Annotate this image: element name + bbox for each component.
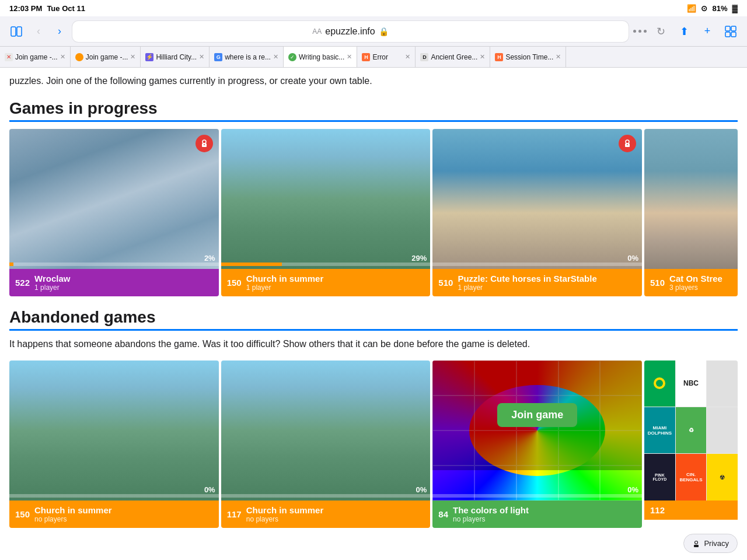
tab-close-2[interactable]: ✕ (130, 53, 135, 61)
svg-point-8 (204, 144, 205, 145)
game-card-cat[interactable]: 510 Cat On Stree 3 players (644, 129, 738, 296)
svg-rect-0 (11, 27, 16, 36)
radioactive-logo: ☢ (707, 454, 738, 500)
tab-close-4[interactable]: ✕ (273, 53, 278, 61)
abandoned-card-4[interactable]: NBC MIAMIDOLPHINS ♻ PINKFLOYD CIN.BENGAL… (644, 360, 738, 528)
battery-display: 81% (712, 4, 727, 13)
logos-grid: NBC MIAMIDOLPHINS ♻ PINKFLOYD CIN.BENGAL… (644, 360, 738, 501)
tab-error[interactable]: H Error ✕ (357, 47, 416, 67)
game-card-horses[interactable]: 0% 510 Puzzle: Cute horses in StarStable… (432, 129, 642, 296)
abandoned-progress-label-2: 0% (221, 485, 431, 494)
tab-hilliard[interactable]: ⚡ Hilliard City... ✕ (141, 47, 210, 67)
progress-bar-wroclaw (9, 262, 13, 266)
abandoned-card-2[interactable]: 0% 117 Church in summer no players (221, 360, 431, 528)
game-card-church[interactable]: 29% 150 Church in summer 1 player (221, 129, 431, 296)
tab-close-1[interactable]: ✕ (60, 53, 65, 61)
address-bar[interactable]: AA epuzzle.info 🔒 (72, 21, 629, 42)
svg-rect-5 (731, 32, 736, 37)
card-number-horses: 510 (438, 278, 453, 288)
signal-icon: ⊙ (701, 4, 707, 13)
date-display: Tue Oct 11 (47, 4, 85, 13)
url-text: epuzzle.info (325, 26, 375, 37)
sidebar-toggle-button[interactable] (7, 22, 26, 41)
tab-close-8[interactable]: ✕ (556, 53, 561, 61)
forward-button[interactable]: › (51, 23, 68, 40)
tab-ancient[interactable]: D Ancient Gree... ✕ (416, 47, 490, 67)
abandoned-games-grid: 0% 150 Church in summer no players 0% (9, 360, 738, 528)
tab-close-5[interactable]: ✕ (347, 53, 352, 61)
privacy-button[interactable]: Privacy (683, 534, 738, 553)
abandoned-card-1[interactable]: 0% 150 Church in summer no players (9, 360, 219, 528)
abandoned-image-2 (221, 360, 431, 501)
tabs-strip: ✕ Join game -... ✕ Join game -... ✕ ⚡ Hi… (0, 47, 747, 68)
join-overlay-3: Join game (432, 360, 642, 470)
card-number-wroclaw: 522 (15, 278, 30, 288)
tab-close-6[interactable]: ✕ (405, 53, 410, 61)
svg-rect-1 (17, 27, 22, 36)
privacy-label: Privacy (704, 539, 729, 548)
page-content: puzzles. Join one of the following games… (0, 68, 747, 560)
svg-point-15 (695, 541, 698, 544)
lock-badge-wroclaw (196, 135, 213, 152)
tab-icon-3: ⚡ (145, 53, 153, 61)
games-divider (9, 120, 738, 122)
tab-label-3: Hilliard City... (156, 53, 197, 61)
game-card-wroclaw[interactable]: 2% 522 Wroclaw 1 player (9, 129, 219, 296)
dots-menu (633, 30, 647, 33)
progress-bar-church (221, 262, 282, 266)
abandoned-number-1: 150 (15, 509, 30, 519)
card-info-cat: Cat On Stree 3 players (669, 274, 732, 292)
tab-close-7[interactable]: ✕ (480, 53, 485, 61)
abandoned-image-3: Join game (432, 360, 642, 501)
game-image-cat (644, 129, 738, 269)
progress-label-horses: 0% (432, 254, 642, 262)
tab-label-2: Join game -... (86, 53, 128, 61)
join-game-button-3[interactable]: Join game (497, 403, 577, 427)
abandoned-desc: It happens that someone abandons the gam… (9, 338, 738, 351)
card-title-cat: Cat On Stree (669, 274, 732, 284)
bengals-logo: CIN.BENGALS (676, 454, 707, 500)
status-bar: 12:03 PM Tue Oct 11 📶 ⊙ 81% ▓ (0, 0, 747, 16)
abandoned-number-2: 117 (227, 509, 242, 519)
abandoned-players-3: no players (453, 515, 636, 523)
game-image-wroclaw (9, 129, 219, 269)
dot2 (638, 30, 641, 33)
games-in-progress-grid: 2% 522 Wroclaw 1 player 29% (9, 129, 738, 296)
nbc-logo: NBC (676, 360, 707, 407)
abandoned-footer-4: 112 (644, 501, 738, 520)
tab-where[interactable]: G where is a re... ✕ (210, 47, 284, 67)
svg-point-9 (626, 140, 629, 144)
share-button[interactable]: ⬆ (675, 22, 693, 41)
tab-icon-7: D (420, 53, 428, 61)
abandoned-card-3[interactable]: Join game 0% 84 The colors of light no p… (432, 360, 642, 528)
bp-logo (644, 360, 675, 407)
tab-session[interactable]: H Session Time... ✕ (490, 47, 566, 67)
tab-join-game-1[interactable]: ✕ Join game -... ✕ (0, 47, 71, 67)
new-tab-button[interactable]: + (698, 22, 717, 41)
abandoned-title-2: Church in summer (246, 505, 425, 515)
abandoned-footer-2: 117 Church in summer no players (221, 501, 431, 528)
dot3 (644, 30, 647, 33)
tab-close-3[interactable]: ✕ (199, 53, 204, 61)
game-image-church (221, 129, 431, 269)
tabs-overview-button[interactable] (721, 22, 740, 41)
svg-point-11 (627, 144, 628, 145)
abandoned-games-title: Abandoned games (9, 308, 738, 327)
card-players-wroclaw: 1 player (34, 284, 213, 292)
tab-join-game-2[interactable]: Join game -... ✕ (71, 47, 141, 67)
browser-toolbar: ‹ › AA epuzzle.info 🔒 ↻ ⬆ + (0, 16, 747, 47)
reload-button[interactable]: ↻ (651, 22, 670, 41)
tab-label-8: Session Time... (505, 53, 553, 61)
card-footer-horses: 510 Puzzle: Cute horses in StarStable 1 … (432, 269, 642, 296)
tab-icon-6: H (362, 53, 370, 61)
tab-icon-8: H (495, 53, 503, 61)
back-button[interactable]: ‹ (30, 23, 47, 40)
abandoned-divider (9, 329, 738, 331)
battery-icon: ▓ (732, 4, 738, 13)
abandoned-players-2: no players (246, 515, 425, 523)
tab-writing[interactable]: ✓ Writing basic... ✕ (284, 47, 357, 67)
card-title-wroclaw: Wroclaw (34, 274, 213, 284)
card-players-church: 1 player (246, 284, 425, 292)
recycle-logo: ♻ (676, 407, 707, 453)
abandoned-progress-label-1: 0% (9, 485, 219, 494)
